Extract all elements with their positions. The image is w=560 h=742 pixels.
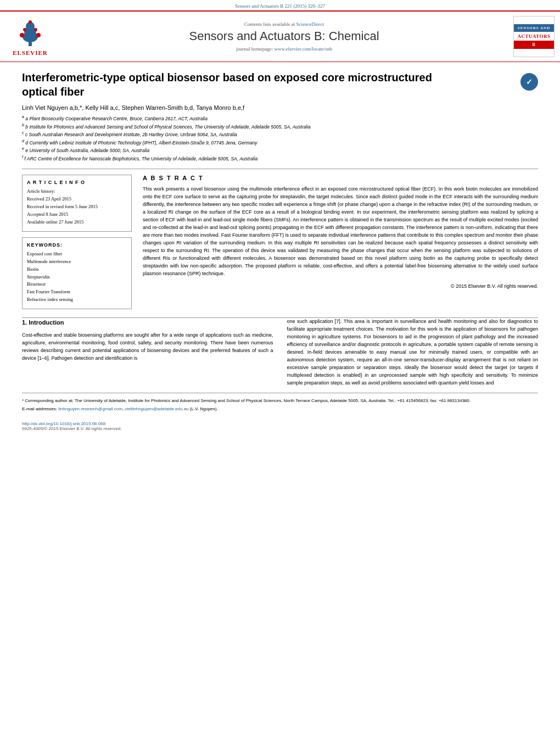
journal-title-center: Contents lists available at ScienceDirec… — [55, 21, 513, 52]
author-names: Linh Viet Nguyen a,b,*, Kelly Hill a,c, … — [22, 104, 244, 111]
history-label: Article history: — [27, 188, 127, 195]
intro-paragraph-2: one such application [7]. This area is i… — [287, 318, 539, 387]
crossmark-icon: ✓ — [520, 73, 538, 91]
crossmark[interactable]: ✓ — [520, 73, 538, 91]
affiliation-f: f f ARC Centre of Excellence for Nanosca… — [22, 154, 538, 163]
affiliation-a: a a Plant Biosecurity Cooperative Resear… — [22, 114, 538, 122]
top-bar: Sensors and Actuators B 221 (2015) 320–3… — [0, 0, 560, 10]
title-divider — [22, 169, 538, 169]
elsevier-logo: ELSEVIER — [5, 18, 55, 56]
sciencedirect-link[interactable]: ScienceDirect — [296, 21, 324, 27]
authors: Linh Viet Nguyen a,b,*, Kelly Hill a,c, … — [22, 104, 538, 111]
affiliation-e: e e University of South Australia, Adela… — [22, 146, 538, 154]
svg-point-5 — [36, 33, 41, 37]
journal-citation: Sensors and Actuators B 221 (2015) 320–3… — [235, 3, 325, 9]
corresponding-footnote: * Corresponding author at: The Universit… — [22, 398, 538, 404]
keywords-box: Keywords: Exposed core fiber Multimode i… — [22, 237, 132, 309]
affiliation-d: d d Currently with Leibniz Institute of … — [22, 138, 538, 147]
accepted-date: Accepted 8 June 2015 — [27, 211, 127, 218]
logo-top: SENSORS AND — [514, 24, 554, 32]
revised-date: Received in revised form 5 June 2015 — [27, 204, 127, 210]
page: Sensors and Actuators B 221 (2015) 320–3… — [0, 0, 560, 742]
abstract-section: A B S T R A C T This work presents a nov… — [143, 175, 538, 309]
introduction-section: 1. Introduction Cost-effective and stabl… — [0, 318, 560, 392]
introduction-heading: 1. Introduction — [22, 318, 273, 327]
bottom-bar: http://dx.doi.org/10.1016/j.snb.2015.06.… — [0, 419, 560, 434]
abstract-text: This work presents a novel biosensor usi… — [143, 186, 538, 277]
article-info-abstract-section: A R T I C L E I N F O Article history: R… — [22, 175, 538, 309]
introduction-col2: one such application [7]. This area is i… — [287, 318, 539, 387]
article-history-box: A R T I C L E I N F O Article history: R… — [22, 175, 132, 231]
keyword-2: Multimode interference — [27, 259, 127, 265]
keyword-7: Refractive index sensing — [27, 297, 127, 303]
article-info-title: A R T I C L E I N F O — [27, 180, 127, 185]
intro-paragraph-1: Cost-effective and stable biosensing pla… — [22, 332, 273, 362]
sensors-actuators-logo: SENSORS AND ACTUATORS B — [513, 16, 555, 57]
article-content: ✓ Interferometric-type optical biosensor… — [0, 62, 560, 317]
affiliations: a a Plant Biosecurity Cooperative Resear… — [22, 114, 538, 162]
homepage-link[interactable]: www.elsevier.com/locate/snb — [275, 46, 332, 52]
abstract-title: A B S T R A C T — [143, 175, 538, 181]
elsevier-tree-icon — [14, 18, 47, 48]
email1-link[interactable]: linhnguyen.research@gmail.com — [58, 406, 122, 411]
issn-line: 0925-4005/© 2015 Elsevier B.V. All right… — [22, 426, 538, 431]
elsevier-label: ELSEVIER — [13, 49, 48, 56]
affiliation-b: b b Institute for Photonics and Advanced… — [22, 122, 538, 131]
svg-point-7 — [34, 28, 37, 31]
introduction-col1: 1. Introduction Cost-effective and stabl… — [22, 318, 273, 387]
email-footnote: E-mail addresses: linhnguyen.research@gm… — [22, 406, 538, 412]
contents-line: Contents lists available at ScienceDirec… — [60, 21, 508, 27]
logo-bottom: B — [514, 41, 554, 49]
copyright: © 2015 Elsevier B.V. All rights reserved… — [143, 283, 538, 289]
logo-middle: ACTUATORS — [517, 32, 550, 41]
doi-line: http://dx.doi.org/10.1016/j.snb.2015.06.… — [22, 421, 538, 426]
keyword-4: Streptavidin — [27, 274, 127, 281]
keyword-1: Exposed core fiber — [27, 251, 127, 258]
svg-point-6 — [23, 28, 26, 31]
received-date: Received 23 April 2015 — [27, 196, 127, 203]
online-date: Available online 27 June 2015 — [27, 219, 127, 226]
keyword-6: Fast Fourier Transform — [27, 289, 127, 295]
affiliation-c: c c South Australian Research and Develo… — [22, 130, 538, 138]
email2-link[interactable]: vietlinhnguyen@adelaide.edu.au — [125, 406, 188, 411]
keyword-5: Biosensor — [27, 281, 127, 288]
article-info-column: A R T I C L E I N F O Article history: R… — [22, 175, 132, 309]
journal-name: Sensors and Actuators B: Chemical — [60, 29, 508, 43]
footnote-section: * Corresponding author at: The Universit… — [22, 393, 538, 419]
keyword-3: Biotin — [27, 266, 127, 273]
journal-header: ELSEVIER Contents lists available at Sci… — [0, 10, 560, 62]
homepage-line: journal homepage: www.elsevier.com/locat… — [60, 46, 508, 52]
keywords-title: Keywords: — [27, 242, 127, 248]
svg-point-4 — [20, 33, 24, 37]
doi-link[interactable]: http://dx.doi.org/10.1016/j.snb.2015.06.… — [22, 421, 105, 426]
svg-point-8 — [29, 20, 32, 24]
article-title: Interferometric-type optical biosensor b… — [22, 70, 461, 99]
